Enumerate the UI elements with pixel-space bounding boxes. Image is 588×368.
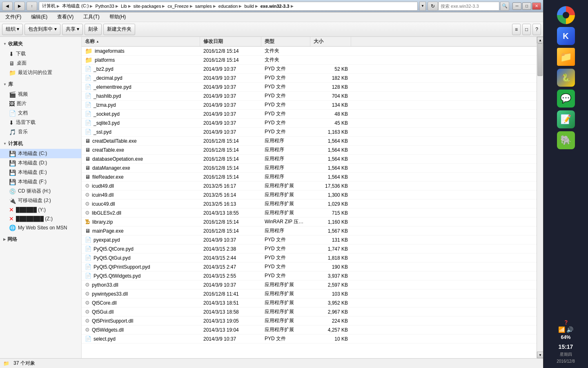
sidebar-item-drive-d[interactable]: 💾 本地磁盘 (D:) (0, 158, 81, 168)
close-button[interactable]: ✕ (532, 2, 541, 10)
table-row[interactable]: 📄_ssl.pyd 2014/3/9 10:37 PYD 文件 1,163 KB (82, 128, 537, 137)
path-segment-lib[interactable]: Lib ▶ (120, 4, 131, 9)
taskbar-icon-k[interactable]: K (557, 27, 575, 45)
question-icon[interactable]: ❓ (564, 320, 568, 325)
table-row[interactable]: ⚙Qt5Gui.dll 2014/3/13 18:58 应用程序扩展 2,967… (82, 307, 537, 316)
sidebar-favorites-header[interactable]: ▼ 收藏夹 (0, 39, 81, 49)
col-header-date[interactable]: 修改日期 (200, 37, 261, 46)
table-row[interactable]: 🖥databaseOpetation.exe 2016/12/8 15:14 应… (82, 155, 537, 164)
organize-button[interactable]: 组织 ▾ (2, 24, 23, 35)
sidebar-item-thunder[interactable]: ⬇ 迅雷下载 (0, 118, 81, 127)
small-icon-2[interactable]: 🔊 (566, 326, 573, 333)
taskbar-icon-wechat[interactable]: 💬 (557, 90, 575, 108)
menu-help[interactable]: 帮助(H) (106, 13, 129, 21)
scrollbar-thumb[interactable] (537, 43, 543, 76)
sidebar-item-msn[interactable]: 🌐 My Web Sites on MSN (0, 223, 81, 232)
table-row[interactable]: 🖥creatTable.exe 2016/12/8 15:14 应用程序 1,5… (82, 146, 537, 155)
path-segment-current[interactable]: exe.win32-3.3 ▶ (260, 4, 294, 9)
taskbar-icon-python[interactable]: 🐍 (557, 69, 575, 87)
include-library-button[interactable]: 包含到库中 ▾ (24, 24, 60, 35)
path-segment-python33[interactable]: Python33 ▶ (94, 4, 118, 9)
table-row[interactable]: 📄PyQt5.QtGui.pyd 2014/3/15 2:44 PYD 文件 1… (82, 254, 537, 263)
search-input[interactable] (438, 2, 499, 11)
sidebar-item-drive-e[interactable]: 💾 本地磁盘 (E:) (0, 168, 81, 177)
table-row[interactable]: ⚙python33.dll 2014/3/9 10:37 应用程序扩展 2,59… (82, 280, 537, 289)
table-row[interactable]: ⚙libGLESv2.dll 2014/3/13 18:55 应用程序扩展 71… (82, 209, 537, 218)
sidebar-item-video[interactable]: 🎬 视频 (0, 90, 81, 99)
table-row[interactable]: 🖥dataManager.exe 2016/12/8 15:14 应用程序 1,… (82, 164, 537, 173)
table-row[interactable]: 📄_lzma.pyd 2014/3/9 10:37 PYD 文件 134 KB (82, 101, 537, 110)
view-toggle-button[interactable]: ≡ (512, 24, 521, 35)
refresh-button[interactable]: ↻ (428, 2, 438, 11)
path-segment-computer[interactable]: 计算机 ▶ (41, 3, 60, 9)
taskbar-icon-notes[interactable]: 📝 (557, 110, 575, 128)
table-row[interactable]: 📄_elementtree.pyd 2014/3/9 10:37 PYD 文件 … (82, 83, 537, 92)
table-row[interactable]: ⚙icuin49.dll 2013/2/5 16:14 应用程序扩展 1,300… (82, 191, 537, 200)
sidebar-item-download[interactable]: ⬇ 下载 (0, 49, 81, 58)
back-button[interactable]: ◀ (2, 2, 13, 11)
preview-pane-button[interactable]: □ (522, 24, 531, 35)
table-row[interactable]: ⚙icudt49.dll 2013/2/5 16:17 应用程序扩展 17,53… (82, 182, 537, 191)
share-button[interactable]: 共享 ▾ (62, 24, 83, 35)
sidebar-item-desktop[interactable]: 🖥 桌面 (0, 58, 81, 68)
sidebar-computer-header[interactable]: ▼ 计算机 (0, 139, 81, 149)
path-segment-samples[interactable]: samples ▶ (194, 4, 216, 9)
search-button[interactable]: 🔍 (500, 2, 509, 11)
path-segment-build[interactable]: build ▶ (243, 4, 258, 9)
help-button[interactable]: ? (532, 24, 541, 35)
scroll-down-arrow[interactable]: ▼ (537, 352, 543, 358)
forward-button[interactable]: ▶ (14, 2, 25, 11)
table-row[interactable]: 📁platforms 2016/12/8 15:14 文件夹 (82, 56, 537, 65)
new-folder-button[interactable]: 新建文件夹 (103, 24, 135, 35)
scrollbar-vertical[interactable]: ▲ ▼ (537, 37, 543, 358)
sidebar-network-header[interactable]: ▶ 网络 (0, 234, 81, 245)
table-row[interactable]: 📄PyQt5.QtCore.pyd 2014/3/15 2:38 PYD 文件 … (82, 245, 537, 254)
table-row[interactable]: 📄_sqlite3.pyd 2014/3/9 10:37 PYD 文件 45 K… (82, 119, 537, 128)
path-segment-education[interactable]: education ▶ (218, 4, 243, 9)
sidebar-item-pictures[interactable]: 🖼 图片 (0, 99, 81, 108)
table-row[interactable]: ⚙Qt5Core.dll 2014/3/13 18:51 应用程序扩展 3,95… (82, 298, 537, 307)
small-icon-1[interactable]: 📶 (558, 326, 565, 333)
table-row[interactable]: 📄PyQt5.QtWidgets.pyd 2014/3/15 2:55 PYD … (82, 272, 537, 280)
maximize-button[interactable]: □ (522, 2, 531, 10)
table-row[interactable]: 📁imageformats 2016/12/8 15:14 文件夹 (82, 47, 537, 56)
scroll-up-arrow[interactable]: ▲ (537, 37, 543, 43)
table-row[interactable]: 📄select.pyd 2014/3/9 10:37 PYD 文件 10 KB (82, 334, 537, 343)
minimize-button[interactable]: ─ (512, 2, 521, 10)
sidebar-item-drive-y[interactable]: ✕ ██████ (Y:) (0, 205, 81, 214)
taskbar-icon-folder[interactable]: 📁 (557, 48, 575, 66)
table-row[interactable]: 📄_decimal.pyd 2014/3/9 10:37 PYD 文件 182 … (82, 74, 537, 83)
path-dropdown-btn[interactable]: ▼ (419, 2, 426, 11)
menu-file[interactable]: 文件(F) (2, 13, 24, 21)
col-header-name[interactable]: 名称 ▲ (82, 37, 200, 46)
file-list[interactable]: 📁imageformats 2016/12/8 15:14 文件夹 📁platf… (82, 47, 537, 358)
sidebar-item-docs[interactable]: 📄 文档 (0, 108, 81, 118)
table-row[interactable]: ⚙pywintypes33.dll 2016/12/8 11:41 应用程序扩展… (82, 289, 537, 298)
table-row[interactable]: 🗜library.zip 2016/12/8 15:14 WinRAR ZIP … (82, 218, 537, 227)
sidebar-library-header[interactable]: ▼ 库 (0, 79, 81, 90)
table-row[interactable]: 📄_bz2.pyd 2014/3/9 10:37 PYD 文件 52 KB (82, 65, 537, 74)
sidebar-item-drive-z[interactable]: ✕ ████████ (Z:) (0, 214, 81, 223)
up-button[interactable]: ↑ (27, 2, 37, 11)
table-row[interactable]: 🖥fileReader.exe 2016/12/8 15:14 应用程序 1,5… (82, 173, 537, 182)
scrollbar-track[interactable] (537, 43, 543, 352)
table-row[interactable]: ⚙Qt5PrintSupport.dll 2014/3/13 19:05 应用程… (82, 316, 537, 325)
taskbar-icon-evernote[interactable]: 🐘 (557, 131, 575, 149)
table-row[interactable]: 🖥mainPage.exe 2016/12/8 15:14 应用程序 1,567… (82, 227, 537, 236)
path-segment-c[interactable]: 本地磁盘 (C:) ▶ (61, 3, 93, 9)
path-segment-sitepackages[interactable]: site-packages ▶ (133, 4, 166, 9)
taskbar-icon-chrome[interactable] (557, 6, 575, 24)
table-row[interactable]: ⚙icuuc49.dll 2013/2/5 16:13 应用程序扩展 1,029… (82, 200, 537, 209)
address-bar[interactable]: 计算机 ▶ 本地磁盘 (C:) ▶ Python33 ▶ Lib ▶ site-… (39, 2, 418, 11)
sidebar-item-music[interactable]: 🎵 音乐 (0, 127, 81, 137)
path-segment-cxfreeze[interactable]: cx_Freeze ▶ (167, 4, 193, 9)
menu-edit[interactable]: 编辑(E) (28, 13, 51, 21)
table-row[interactable]: 📄_hashlib.pyd 2014/3/9 10:37 PYD 文件 704 … (82, 92, 537, 101)
sidebar-item-recent[interactable]: 📁 最近访问的位置 (0, 68, 81, 77)
sidebar-item-drive-f[interactable]: 💾 本地磁盘 (F:) (0, 177, 81, 186)
sidebar-item-drive-j[interactable]: 🔌 可移动磁盘 (J:) (0, 196, 81, 205)
table-row[interactable]: 📄_socket.pyd 2014/3/9 10:37 PYD 文件 48 KB (82, 110, 537, 119)
burn-button[interactable]: 刻录 (85, 24, 102, 35)
sidebar-item-drive-c[interactable]: 💾 本地磁盘 (C:) (0, 149, 81, 158)
table-row[interactable]: 🖥creatDetailTable.exe 2016/12/8 15:14 应用… (82, 137, 537, 146)
